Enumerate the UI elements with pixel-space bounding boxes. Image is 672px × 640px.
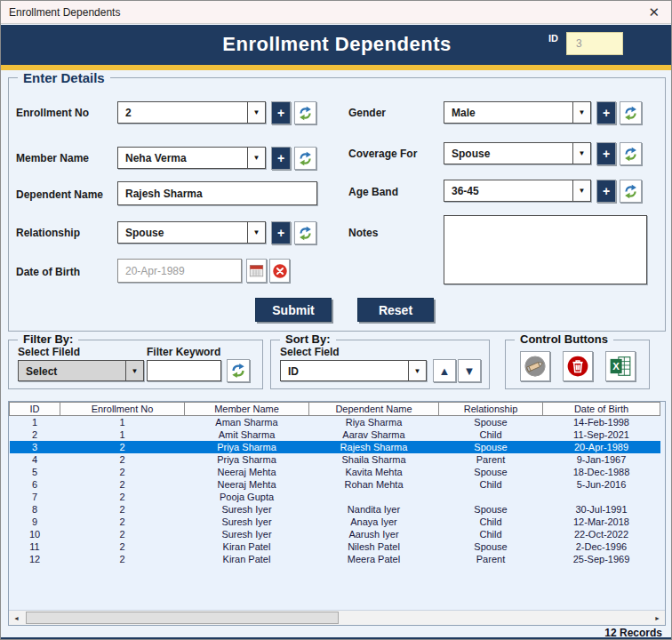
table-cell: 2 <box>60 528 185 540</box>
horizontal-scrollbar[interactable]: ◄ ► <box>9 610 665 625</box>
table-cell: 2 <box>60 466 185 478</box>
table-cell: Aman Sharma <box>185 416 309 428</box>
member-name-refresh-button[interactable] <box>294 147 316 170</box>
chevron-down-icon[interactable]: ▼ <box>408 361 426 380</box>
scroll-left-icon[interactable]: ◄ <box>9 611 24 625</box>
notes-label: Notes <box>348 227 378 239</box>
age-band-refresh-button[interactable] <box>620 180 642 203</box>
relationship-refresh-button[interactable] <box>294 221 316 244</box>
member-name-label: Member Name <box>16 152 89 164</box>
notes-textarea[interactable] <box>444 215 647 284</box>
table-row[interactable]: 21Amit SharmaAarav SharmaChild11-Sep-202… <box>10 428 660 441</box>
gender-add-button[interactable]: + <box>596 101 616 124</box>
enrollment-no-refresh-button[interactable] <box>294 101 316 124</box>
table-cell: Nandita Iyer <box>309 503 439 516</box>
sort-field-combobox[interactable]: ID ▼ <box>280 360 427 381</box>
chevron-down-icon[interactable]: ▼ <box>572 102 590 123</box>
delete-button[interactable] <box>563 351 593 381</box>
plus-icon: + <box>277 226 284 240</box>
column-header: Relationship <box>439 403 543 416</box>
table-row[interactable]: 122Kiran PatelMeera PatelParent25-Sep-19… <box>10 553 660 565</box>
table-cell: Child <box>439 528 543 540</box>
table-cell: Child <box>439 428 543 441</box>
table-row[interactable]: 32Priya SharmaRajesh SharmaSpouse20-Apr-… <box>10 441 660 453</box>
date-of-birth-input[interactable]: 20-Apr-1989 <box>117 259 242 283</box>
chevron-down-icon[interactable]: ▼ <box>247 222 265 243</box>
sort-by-frame: Sort By: Select Field ID ▼ ▲ ▼ <box>270 340 490 389</box>
age-band-add-button[interactable]: + <box>596 180 616 203</box>
chevron-down-icon[interactable]: ▼ <box>125 361 143 380</box>
table-row[interactable]: 82Suresh IyerNandita IyerSpouse30-Jul-19… <box>10 503 660 516</box>
submit-button[interactable]: Submit <box>255 298 332 322</box>
table-cell: Child <box>439 478 543 491</box>
dependents-table-body: 11Aman SharmaRiya SharmaSpouse14-Feb-199… <box>10 416 660 565</box>
enrollment-no-label: Enrollment No <box>16 107 89 119</box>
chevron-down-icon[interactable]: ▼ <box>247 148 265 168</box>
column-header: Date of Birth <box>543 403 660 416</box>
coverage-for-refresh-button[interactable] <box>620 142 642 165</box>
table-cell: Spouse <box>439 441 543 453</box>
scrollbar-track[interactable] <box>24 611 650 625</box>
table-row[interactable]: 62Neeraj MehtaRohan MehtaChild5-Jun-2016 <box>10 478 660 491</box>
filter-refresh-button[interactable] <box>227 359 250 382</box>
refresh-icon <box>230 363 246 379</box>
coverage-for-combobox[interactable]: Spouse ▼ <box>444 142 591 164</box>
dependent-name-input[interactable]: Rajesh Sharma <box>117 181 317 205</box>
age-band-combobox[interactable]: 36-45 ▼ <box>444 180 591 202</box>
relationship-combobox[interactable]: Spouse ▼ <box>117 221 266 244</box>
coverage-for-add-button[interactable]: + <box>596 142 616 165</box>
filter-keyword-input[interactable] <box>147 360 221 381</box>
relationship-value: Spouse <box>118 222 247 243</box>
table-cell: 5-Jun-2016 <box>543 478 660 491</box>
table-cell: Spouse <box>439 466 543 478</box>
gender-value: Male <box>444 102 572 123</box>
column-header: ID <box>10 403 60 416</box>
edit-button[interactable] <box>520 351 550 381</box>
edit-pencil-icon <box>524 355 547 378</box>
table-row[interactable]: 52Neeraj MehtaKavita MehtaSpouse18-Dec-1… <box>10 466 660 478</box>
table-cell: 22-Oct-2022 <box>543 528 660 540</box>
filter-field-combobox[interactable]: Select ▼ <box>18 360 144 381</box>
table-cell: 2 <box>60 453 185 466</box>
table-row[interactable]: 11Aman SharmaRiya SharmaSpouse14-Feb-199… <box>10 416 660 428</box>
refresh-icon <box>298 226 313 241</box>
member-name-combobox[interactable]: Neha Verma ▼ <box>117 147 266 169</box>
enrollment-no-add-button[interactable]: + <box>271 101 291 124</box>
table-row[interactable]: 92Suresh IyerAnaya IyerChild12-Mar-2018 <box>10 516 660 528</box>
table-cell: 12 <box>10 553 60 565</box>
table-row[interactable]: 102Suresh IyerAarush IyerChild22-Oct-202… <box>10 528 660 540</box>
enrollment-no-combobox[interactable]: 2 ▼ <box>117 101 266 124</box>
dependents-listbox[interactable]: IDEnrollment NoMember NameDependent Name… <box>8 401 666 626</box>
relationship-add-button[interactable]: + <box>271 221 291 244</box>
scrollbar-thumb[interactable] <box>26 612 339 624</box>
chevron-down-icon[interactable]: ▼ <box>572 143 590 164</box>
reset-button[interactable]: Reset <box>357 298 434 322</box>
chevron-down-icon[interactable]: ▼ <box>247 102 265 123</box>
table-row[interactable]: 112Kiran PatelNilesh PatelSpouse2-Dec-19… <box>10 540 660 553</box>
export-excel-button[interactable]: X <box>605 351 636 381</box>
table-cell: Aarav Sharma <box>309 428 439 441</box>
trash-icon <box>566 355 589 378</box>
gender-combobox[interactable]: Male ▼ <box>444 101 591 124</box>
sort-by-legend: Sort By: <box>280 332 336 346</box>
clear-date-button[interactable] <box>269 259 290 283</box>
close-icon[interactable]: ✕ <box>643 4 665 20</box>
chevron-down-icon[interactable]: ▼ <box>572 180 590 201</box>
id-field[interactable]: 3 <box>566 32 623 55</box>
table-row[interactable]: 42Priya SharmaShaila SharmaParent9-Jan-1… <box>10 453 660 466</box>
member-name-add-button[interactable]: + <box>271 147 291 170</box>
sort-descending-button[interactable]: ▼ <box>458 359 481 382</box>
id-label: ID <box>548 33 558 44</box>
table-cell: Kavita Mehta <box>309 466 439 478</box>
table-cell <box>543 491 660 503</box>
scroll-right-icon[interactable]: ► <box>650 611 665 625</box>
table-row[interactable]: 72Pooja Gupta <box>10 491 660 503</box>
table-cell: Child <box>439 516 543 528</box>
table-cell: Suresh Iyer <box>185 528 309 540</box>
gender-refresh-button[interactable] <box>620 101 642 124</box>
table-cell: 18-Dec-1988 <box>543 466 660 478</box>
gender-label: Gender <box>348 107 386 119</box>
table-cell: Meera Patel <box>309 553 439 565</box>
calendar-button[interactable] <box>246 259 267 283</box>
sort-ascending-button[interactable]: ▲ <box>433 359 456 382</box>
